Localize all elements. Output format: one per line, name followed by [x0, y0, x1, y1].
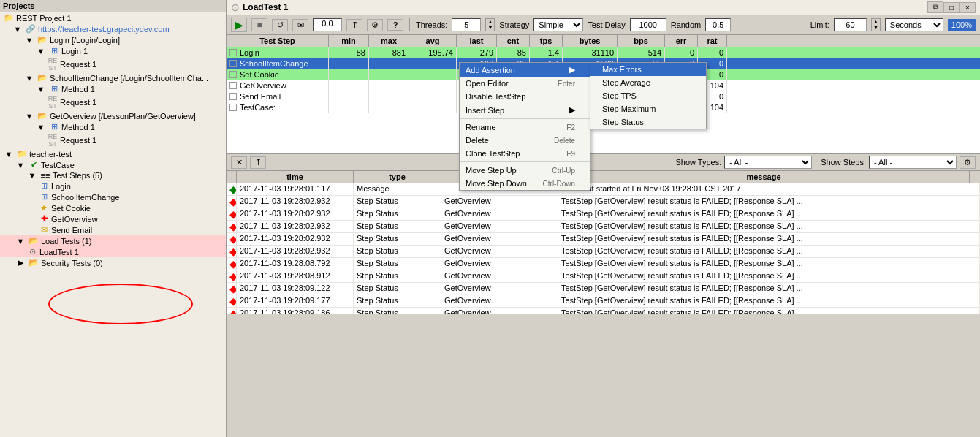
sidebar-item-ts-schoolitem[interactable]: ⊞ SchoolItemChange	[0, 191, 226, 202]
show-steps-select[interactable]: - All -	[869, 156, 957, 169]
cm-label: Rename	[466, 123, 496, 132]
log-row[interactable]: ◆ 2017-11-03 19:28:09.122 Step Status Ge…	[227, 283, 980, 295]
play-button[interactable]: ▶	[231, 18, 247, 32]
cm-sub-step-average[interactable]: Step Average	[590, 76, 706, 89]
log-step: GetOverview	[441, 308, 558, 314]
sidebar-item-getoverview-api[interactable]: ▼ 📂 GetOverview [/LessonPlan/GetOverview…	[0, 110, 226, 121]
expand-icon: ▼	[35, 85, 47, 94]
log-export-button[interactable]: ⤒	[250, 156, 266, 169]
log-row[interactable]: ◆ 2017-11-03 19:28:02.932 Step Status Ge…	[227, 246, 980, 258]
expand-icon: ▼	[23, 74, 35, 83]
settings-button[interactable]: ⚙	[367, 19, 383, 31]
sidebar-item-testcase[interactable]: ▼ ✔ TestCase	[0, 159, 226, 170]
cm-move-step-down[interactable]: Move Step Down Ctrl-Down	[460, 177, 590, 190]
cm-label: Clone TestStep	[466, 149, 520, 158]
limit-down[interactable]: ▼	[872, 25, 880, 31]
sidebar-item-label: Request 1	[60, 98, 96, 107]
th-bps: bps	[618, 35, 665, 47]
maximize-button[interactable]: □	[943, 2, 960, 13]
cm-sub-max-errors[interactable]: Max Errors	[590, 63, 706, 76]
sidebar-item-label: Method 1	[61, 85, 95, 94]
threads-spinner[interactable]: ▲ ▼	[485, 18, 495, 32]
sidebar-item-request1b[interactable]: REST Request 1	[0, 94, 226, 110]
log-type: Step Status	[354, 258, 441, 270]
sidebar-item-label: Request 1	[60, 60, 96, 69]
sidebar-item-request1c[interactable]: REST Request 1	[0, 132, 226, 148]
show-types-select[interactable]: - All -	[724, 156, 812, 169]
strategy-select[interactable]: SimpleBurstRandom	[533, 18, 583, 31]
red-indicator: ◆	[229, 308, 237, 314]
log-row[interactable]: ◆ 2017-11-03 19:28:02.932 Step Status Ge…	[227, 208, 980, 221]
cm-add-assertion[interactable]: Add Assertion ▶	[460, 63, 590, 77]
log-row[interactable]: ◆ 2017-11-03 19:28:02.932 Step Status Ge…	[227, 196, 980, 208]
sidebar-item-method1a[interactable]: ▼ ⊞ Method 1	[0, 83, 226, 94]
export-button[interactable]: ⤒	[346, 19, 362, 31]
cm-rename[interactable]: Rename F2	[460, 121, 590, 134]
sidebar-item-url[interactable]: ▼ 🔗 https://teacher-test.grapecitydev.co…	[0, 23, 226, 34]
cm-open-editor[interactable]: Open Editor Enter	[460, 77, 590, 90]
sidebar-item-loadtests[interactable]: ▼ 📂 Load Tests (1)	[0, 235, 226, 246]
add-assertion-submenu: Max Errors Step Average Step TPS Step Ma…	[590, 62, 707, 129]
limit-up[interactable]: ▲	[872, 19, 880, 25]
mail-button[interactable]: ✉	[292, 19, 308, 31]
sidebar-item-teacher-test[interactable]: ▼ 📁 teacher-test	[0, 148, 226, 159]
limit-spinner[interactable]: ▲ ▼	[871, 18, 881, 32]
threads-input[interactable]	[452, 18, 481, 31]
cm-delete[interactable]: Delete Delete	[460, 134, 590, 147]
log-row[interactable]: ◆ 2017-11-03 19:28:09.177 Step Status Ge…	[227, 295, 980, 308]
sidebar-item-rest-project[interactable]: 📁 REST Project 1	[0, 12, 226, 23]
zoom-button[interactable]: 100%	[948, 19, 976, 31]
sidebar-item-securitytests[interactable]: ▶ 📂 Security Tests (0)	[0, 257, 226, 268]
cm-sub-step-maximum[interactable]: Step Maximum	[590, 102, 706, 115]
table-row[interactable]: Login 88 881 195.74 279 85 1.4 31110 514…	[227, 48, 980, 58]
cm-clone-teststep[interactable]: Clone TestStep F9	[460, 147, 590, 160]
log-time: 2017-11-03 19:28:08.912	[237, 270, 354, 282]
close-button[interactable]: ×	[960, 2, 976, 13]
sidebar-item-ts-setcookie[interactable]: ★ Set Cookie	[0, 202, 226, 213]
sidebar-item-loadtest1[interactable]: ⊙ LoadTest 1	[0, 246, 226, 257]
sidebar-item-schoolitem-api[interactable]: ▼ 📂 SchoolItemChange [/Login/SchoolItemC…	[0, 72, 226, 83]
log-row[interactable]: ◆ 2017-11-03 19:28:08.792 Step Status Ge…	[227, 258, 980, 270]
stop-button[interactable]: ■	[251, 18, 267, 31]
log-row[interactable]: ◆ 2017-11-03 19:28:09.186 Step Status Ge…	[227, 308, 980, 314]
sidebar-item-ts-sendemail[interactable]: ✉ Send Email	[0, 224, 226, 235]
log-settings-button[interactable]: ⚙	[960, 156, 976, 169]
help-button[interactable]: ?	[387, 19, 403, 31]
expand-icon: ▶	[15, 258, 26, 267]
cm-disable-teststep[interactable]: Disable TestStep	[460, 90, 590, 103]
log-row[interactable]: ◆ 2017-11-03 19:28:02.932 Step Status Ge…	[227, 233, 980, 246]
seconds-select[interactable]: SecondsMinutesHoursCount	[885, 18, 943, 31]
sidebar-item-ts-login[interactable]: ⊞ Login	[0, 180, 226, 191]
restore-button[interactable]: ⧉	[927, 1, 943, 13]
log-row[interactable]: ◆ 2017-11-03 19:28:01.117 Message LoadTe…	[227, 183, 980, 196]
expand-icon: ▼	[23, 36, 35, 45]
cm-move-step-up[interactable]: Move Step Up Ctrl-Up	[460, 164, 590, 177]
cm-sub-step-tps[interactable]: Step TPS	[590, 89, 706, 102]
sidebar-item-login1[interactable]: ▼ ⊞ Login 1	[0, 45, 226, 56]
green-indicator: ◆	[229, 183, 237, 195]
loadtest-icon: ⊙	[231, 1, 240, 13]
sidebar-item-label: https://teacher-test.grapecitydev.com	[38, 25, 170, 34]
cm-sub-step-status[interactable]: Step Status	[590, 115, 706, 129]
grid-icon: ⊞	[48, 84, 60, 94]
sidebar-item-teststeps[interactable]: ▼ ≡≡ Test Steps (5)	[0, 170, 226, 180]
sidebar-item-label: Request 1	[60, 136, 96, 145]
limit-input[interactable]	[834, 18, 867, 31]
sidebar-item-ts-getoverview[interactable]: ✚ GetOverview	[0, 213, 226, 224]
reset-button[interactable]: ↺	[272, 19, 288, 31]
sidebar-item-request1a[interactable]: REST Request 1	[0, 56, 226, 72]
sidebar-item-label: Login	[51, 182, 71, 191]
expand-icon: ▼	[3, 150, 15, 159]
log-row[interactable]: ◆ 2017-11-03 19:28:02.932 Step Status Ge…	[227, 221, 980, 233]
random-input[interactable]	[705, 18, 731, 31]
sidebar-item-label: Login 1	[61, 47, 88, 56]
cm-insert-step[interactable]: Insert Step ▶	[460, 103, 590, 117]
threads-down[interactable]: ▼	[486, 25, 494, 31]
log-type: Step Status	[354, 295, 441, 307]
log-clear-button[interactable]: ✕	[231, 156, 247, 169]
log-row[interactable]: ◆ 2017-11-03 19:28:08.912 Step Status Ge…	[227, 270, 980, 283]
test-delay-input[interactable]	[630, 18, 666, 31]
threads-up[interactable]: ▲	[486, 19, 494, 25]
sidebar-item-method1b[interactable]: ▼ ⊞ Method 1	[0, 121, 226, 132]
sidebar-item-login-api[interactable]: ▼ 📂 Login [/Login/Login]	[0, 34, 226, 45]
